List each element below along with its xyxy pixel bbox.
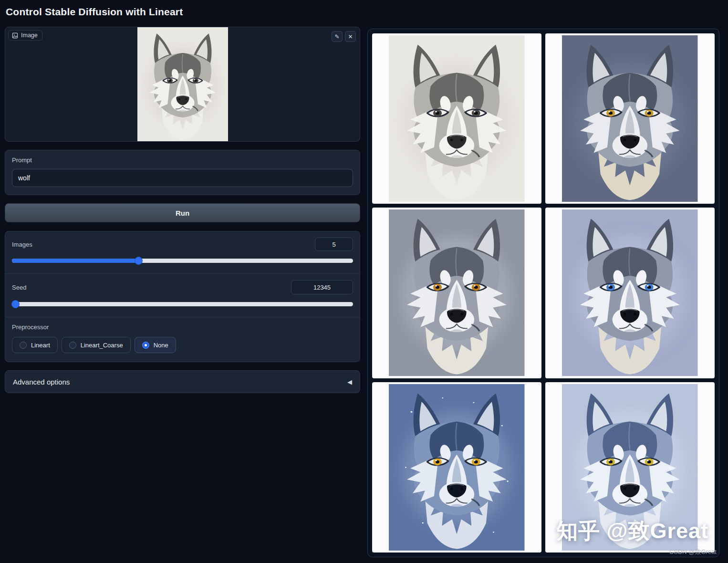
close-icon: ✕ — [348, 34, 353, 40]
image-upload-component[interactable]: Image ✎ ✕ — [5, 27, 360, 142]
seed-number-input[interactable]: 12345 — [291, 280, 353, 294]
uploaded-image-stage — [5, 27, 360, 141]
gallery-item-1[interactable] — [372, 33, 541, 204]
input-column: Control Stable Diffusion with Lineart Im… — [5, 5, 360, 393]
prompt-input[interactable]: wolf — [12, 169, 353, 187]
gallery-image-4 — [562, 209, 698, 376]
radio-option-none[interactable]: None — [135, 337, 176, 353]
radio-option-lineart-coarse[interactable]: Lineart_Coarse — [62, 337, 131, 353]
page-title: Control Stable Diffusion with Lineart — [6, 6, 360, 18]
images-slider[interactable] — [12, 257, 353, 265]
wolf-image — [389, 209, 525, 376]
run-button-label: Run — [176, 209, 189, 217]
radio-label: None — [154, 342, 168, 349]
uploaded-image — [137, 27, 228, 142]
images-slider-section: Images 5 — [5, 231, 360, 273]
seed-slider-track[interactable] — [12, 302, 353, 306]
edit-icon: ✎ — [334, 34, 339, 40]
gallery-item-4[interactable] — [545, 208, 715, 378]
images-number-input[interactable]: 5 — [315, 238, 353, 251]
images-value: 5 — [332, 241, 335, 248]
seed-value: 12345 — [313, 284, 331, 291]
preprocessor-label: Preprocessor — [12, 323, 353, 331]
advanced-options-label: Advanced options — [13, 378, 70, 386]
images-slider-handle[interactable] — [135, 257, 143, 265]
preprocessor-radio-group: Lineart Lineart_Coarse None — [12, 337, 353, 353]
gallery-image-5 — [389, 384, 525, 551]
clear-image-button[interactable]: ✕ — [345, 31, 356, 42]
seed-slider-section: Seed 12345 — [5, 273, 360, 317]
radio-option-lineart[interactable]: Lineart — [12, 337, 58, 353]
gallery-image-1 — [389, 35, 525, 202]
preprocessor-section: Preprocessor Lineart Lineart_Coarse None — [5, 317, 360, 362]
radio-dot — [20, 342, 27, 349]
wolf-image — [562, 209, 698, 376]
seed-label: Seed — [12, 284, 26, 291]
wolf-image — [389, 384, 525, 551]
gallery-image-3 — [389, 209, 525, 376]
image-component-label-text: Image — [21, 32, 38, 39]
image-toolbar: ✎ ✕ — [332, 31, 356, 42]
prompt-value: wolf — [18, 174, 30, 182]
wolf-lineart-image — [137, 27, 228, 142]
gallery-item-2[interactable] — [545, 33, 715, 204]
watermark-csdn: CSDN @致Great — [669, 548, 717, 556]
output-gallery: 知乎 @致Great CSDN @致Great — [367, 29, 719, 557]
radio-label: Lineart — [31, 342, 50, 349]
gallery-image-2 — [562, 35, 698, 202]
watermark-zhihu: 知乎 @致Great — [556, 517, 708, 545]
prompt-block: Prompt wolf — [5, 150, 360, 195]
prompt-label: Prompt — [12, 156, 353, 164]
radio-dot — [69, 342, 76, 349]
edit-image-button[interactable]: ✎ — [332, 31, 343, 42]
gallery-item-5[interactable] — [372, 382, 541, 553]
wolf-image — [562, 35, 698, 202]
gallery-item-3[interactable] — [372, 208, 541, 378]
seed-slider[interactable] — [12, 300, 353, 308]
seed-slider-handle[interactable] — [11, 300, 20, 308]
wolf-image — [389, 35, 525, 202]
image-component-label: Image — [8, 30, 42, 41]
images-slider-fill — [12, 259, 138, 263]
radio-dot — [142, 342, 149, 349]
image-icon — [12, 32, 18, 39]
advanced-options-accordion[interactable]: Advanced options ◀ — [5, 370, 360, 393]
chevron-left-icon: ◀ — [347, 378, 352, 386]
run-button[interactable]: Run — [5, 203, 360, 222]
parameters-block: Images 5 Seed 12345 — [5, 231, 360, 362]
images-label: Images — [12, 241, 32, 248]
radio-label: Lineart_Coarse — [81, 342, 123, 349]
